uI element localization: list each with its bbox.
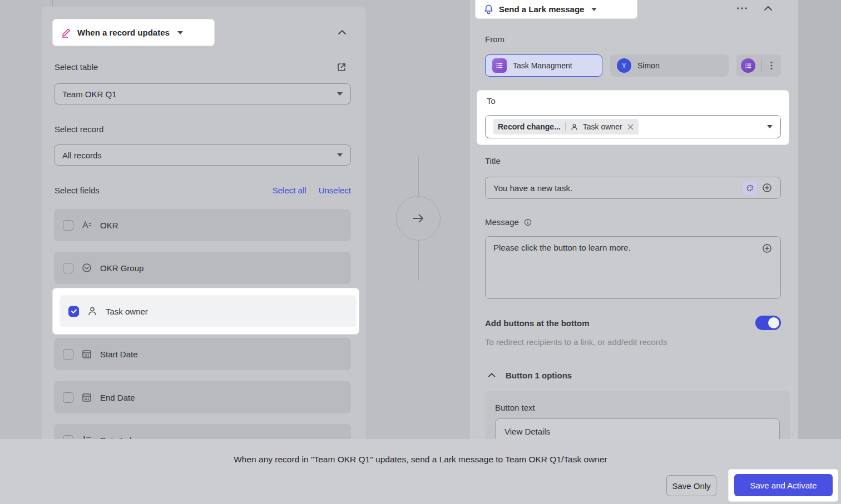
message-title-input[interactable]: You have a new task. [485, 177, 781, 199]
flow-arrow-node [396, 196, 441, 241]
more-options-icon[interactable] [736, 2, 748, 14]
bell-icon [483, 4, 494, 14]
action-panel: Send a Lark message From Task Managment … [470, 0, 798, 504]
checkbox-unchecked[interactable] [63, 220, 73, 231]
select-all-link[interactable]: Select all [273, 186, 306, 195]
divider [761, 59, 761, 72]
person-icon [87, 306, 98, 317]
unselect-link[interactable]: Unselect [319, 186, 351, 195]
button-text-label: Button text [495, 403, 535, 412]
trigger-type-dropdown[interactable]: When a record updates [53, 19, 214, 46]
single-select-icon [81, 262, 92, 273]
record-select[interactable]: All records [54, 144, 351, 166]
field-selection-links: Select all Unselect [42, 186, 351, 195]
record-select-value: All records [62, 151, 102, 160]
to-label: To [487, 96, 496, 106]
field-row-okr-group[interactable]: OKR Group [54, 252, 351, 284]
insert-field-icon[interactable] [761, 243, 773, 254]
divider [565, 122, 566, 131]
to-section-spotlight: To Record change... Task owner [477, 91, 789, 144]
action-title: Send a Lark message [499, 4, 584, 14]
footer-bar: When any record in "Team OKR Q1" updates… [0, 439, 841, 504]
user-avatar: Y [617, 58, 631, 73]
save-activate-spotlight: Save and Activate [729, 470, 838, 501]
palette-icon[interactable] [743, 181, 757, 195]
app-list-icon [492, 58, 507, 73]
from-app-label: Task Managment [513, 61, 572, 70]
chevron-down-icon [767, 125, 773, 128]
message-title-value: You have a new task. [493, 183, 739, 193]
checkbox-unchecked[interactable] [63, 263, 73, 273]
from-user-label: Simon [637, 61, 660, 70]
to-recipient-tag[interactable]: Record change... Task owner [493, 119, 639, 134]
trigger-card: When a record updates Select table Team … [42, 7, 366, 451]
save-and-activate-button[interactable]: Save and Activate [734, 474, 833, 496]
select-table-label: Select table [55, 62, 98, 72]
edit-pencil-icon [61, 27, 72, 38]
chevron-down-icon [337, 153, 343, 157]
message-label: Message [485, 217, 519, 227]
add-buttons-hint: To redirect recipients to a link, or add… [485, 337, 667, 347]
field-label: Start Date [100, 350, 138, 359]
to-tag-source: Record change... [498, 122, 561, 131]
action-type-dropdown[interactable]: Send a Lark message [476, 0, 637, 18]
app-avatar-icon [741, 58, 755, 73]
date-icon [81, 392, 92, 403]
message-title-label: Title [485, 156, 501, 166]
collapse-action-icon[interactable] [763, 3, 774, 14]
collapse-button1-icon[interactable] [487, 370, 497, 380]
message-label-row: Message [485, 217, 532, 227]
field-label: OKR [100, 221, 118, 230]
button-text-value: View Details [504, 427, 550, 436]
trigger-title: When a record updates [77, 28, 170, 37]
table-select-value: Team OKR Q1 [62, 89, 117, 99]
field-label: OKR Group [100, 263, 144, 273]
toggle-knob [768, 317, 779, 328]
field-row-end-date[interactable]: End Date [54, 381, 351, 413]
add-buttons-label: Add buttons at the bottom [485, 318, 589, 328]
more-vertical-icon[interactable] [766, 61, 776, 71]
from-more-group[interactable] [736, 54, 781, 77]
to-tag-value: Task owner [583, 122, 622, 131]
field-label: Task owner [106, 307, 148, 316]
table-select[interactable]: Team OKR Q1 [54, 83, 351, 104]
person-icon [570, 123, 578, 131]
chevron-down-icon [177, 31, 183, 34]
to-select[interactable]: Record change... Task owner [485, 115, 781, 138]
automation-summary: When any record in "Team OKR Q1" updates… [0, 455, 841, 465]
checkbox-unchecked[interactable] [63, 349, 73, 360]
message-body-input[interactable]: Please click the button to learn more. [485, 236, 781, 299]
select-record-label: Select record [55, 124, 103, 134]
field-row-start-date[interactable]: Start Date [54, 338, 351, 370]
field-label: End Date [100, 393, 135, 402]
insert-field-icon[interactable] [761, 182, 773, 193]
info-icon [523, 218, 532, 227]
button1-section-label: Button 1 options [506, 371, 572, 380]
text-field-icon [81, 219, 92, 231]
field-row-task-owner[interactable]: Task owner [60, 295, 357, 327]
chevron-down-icon [591, 8, 597, 11]
collapse-trigger-icon[interactable] [335, 26, 349, 39]
checkbox-checked[interactable] [68, 306, 79, 317]
arrow-right-icon [411, 211, 426, 226]
add-buttons-toggle[interactable] [755, 316, 781, 330]
from-option-app[interactable]: Task Managment [485, 54, 602, 77]
open-table-external-icon[interactable] [335, 61, 348, 73]
remove-recipient-icon[interactable] [627, 123, 634, 131]
save-only-button[interactable]: Save Only [666, 475, 716, 496]
from-option-user[interactable]: Y Simon [610, 54, 729, 77]
field-row-okr[interactable]: OKR [54, 209, 351, 241]
canvas-right-strip [798, 0, 841, 504]
date-icon [81, 348, 92, 360]
chevron-down-icon [337, 92, 343, 96]
checkbox-unchecked[interactable] [63, 392, 73, 403]
from-label: From [485, 34, 504, 44]
message-body-value: Please click the button to learn more. [493, 243, 761, 252]
